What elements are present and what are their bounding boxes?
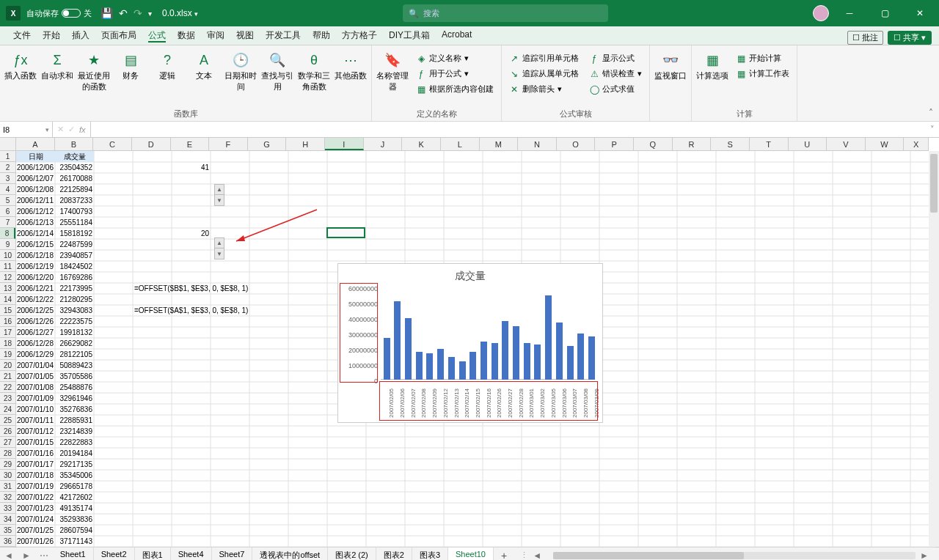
save-icon[interactable]: 💾 bbox=[101, 7, 113, 19]
cell[interactable]: 28607594 bbox=[55, 525, 94, 536]
sheet-tab[interactable]: Sheet7 bbox=[212, 548, 253, 560]
cell[interactable]: =OFFSET($B$1, $E$3, 0, $E$8, 1) bbox=[133, 283, 294, 294]
cell[interactable]: 2006/12/19 bbox=[16, 261, 55, 272]
cell[interactable]: 29665178 bbox=[55, 481, 94, 492]
cell[interactable]: 2007/01/22 bbox=[16, 492, 55, 503]
cell[interactable]: 2007/01/26 bbox=[16, 536, 55, 547]
comments-button[interactable]: ☐ 批注 bbox=[847, 31, 883, 45]
datetime-button[interactable]: 🕒日期和时间 bbox=[224, 48, 257, 107]
sheet-nav-next[interactable]: ► bbox=[18, 550, 35, 561]
cell[interactable]: 26629082 bbox=[55, 338, 94, 349]
cell[interactable]: 16769286 bbox=[55, 272, 94, 283]
redo-icon[interactable]: ↷ bbox=[134, 7, 142, 19]
text-button[interactable]: A文本 bbox=[188, 48, 220, 107]
undo-icon[interactable]: ↶ bbox=[119, 7, 128, 19]
column-header[interactable]: O bbox=[557, 138, 596, 150]
cancel-icon[interactable]: ✕ bbox=[57, 125, 64, 134]
cell[interactable]: 37171143 bbox=[55, 536, 94, 547]
cell[interactable]: 15818192 bbox=[55, 228, 94, 239]
user-avatar[interactable] bbox=[813, 5, 829, 21]
row-header[interactable]: 1 bbox=[0, 151, 15, 162]
ribbon-tab[interactable]: 页面布局 bbox=[95, 26, 142, 45]
row-header[interactable]: 16 bbox=[0, 316, 15, 327]
row-header[interactable]: 31 bbox=[0, 481, 15, 492]
worksheet-grid[interactable]: ABCDEFGHIJKLMNOPQRSTUVWX 123456789101112… bbox=[0, 138, 939, 547]
ribbon-tab[interactable]: 数据 bbox=[172, 26, 201, 45]
column-header[interactable]: V bbox=[827, 138, 866, 150]
column-header[interactable]: J bbox=[364, 138, 403, 150]
autosave-toggle[interactable]: 自动保存 关 bbox=[26, 8, 92, 19]
row-header[interactable]: 30 bbox=[0, 470, 15, 481]
create-from-selection-button[interactable]: ▦根据所选内容创建 bbox=[413, 82, 497, 96]
cell[interactable]: 2007/01/08 bbox=[16, 382, 55, 393]
row-header[interactable]: 7 bbox=[0, 217, 15, 228]
lookup-button[interactable]: 🔍查找与引用 bbox=[261, 48, 293, 107]
cell[interactable]: 成交量 bbox=[55, 151, 94, 162]
calc-now-button[interactable]: ▦开始计算 bbox=[733, 51, 792, 65]
share-button[interactable]: ☐ 共享 ▾ bbox=[888, 31, 932, 45]
close-button[interactable]: ✕ bbox=[905, 0, 935, 26]
row-header[interactable]: 33 bbox=[0, 503, 15, 514]
cell[interactable]: 20194184 bbox=[55, 448, 94, 459]
row-header[interactable]: 12 bbox=[0, 272, 15, 283]
embedded-chart[interactable]: 成交量 010000000200000003000000040000000500… bbox=[337, 263, 603, 423]
sheet-nav-more[interactable]: ⋯ bbox=[35, 550, 53, 561]
ribbon-tab[interactable]: 文件 bbox=[7, 26, 37, 45]
row-header[interactable]: 27 bbox=[0, 437, 15, 448]
evaluate-button[interactable]: ◯公式求值 bbox=[586, 82, 645, 96]
column-header[interactable]: M bbox=[480, 138, 519, 150]
select-all-button[interactable] bbox=[0, 138, 16, 151]
cell[interactable]: 17400793 bbox=[55, 206, 94, 217]
cell[interactable]: 2007/01/24 bbox=[16, 514, 55, 525]
sheet-tab[interactable]: Sheet2 bbox=[94, 548, 135, 560]
use-in-formula-button[interactable]: ƒ用于公式 ▾ bbox=[413, 67, 497, 81]
column-header[interactable]: H bbox=[286, 138, 325, 150]
row-header[interactable]: 25 bbox=[0, 415, 15, 426]
expand-formula-bar[interactable]: ˅ bbox=[926, 122, 939, 137]
sheet-tab[interactable]: 图表1 bbox=[135, 548, 171, 560]
cell[interactable]: 23214839 bbox=[55, 426, 94, 437]
row-header[interactable]: 18 bbox=[0, 338, 15, 349]
cell[interactable]: 2006/12/06 bbox=[16, 162, 55, 173]
row-header[interactable]: 24 bbox=[0, 404, 15, 415]
column-header[interactable]: I bbox=[325, 138, 364, 150]
column-header[interactable]: S bbox=[711, 138, 750, 150]
add-sheet-button[interactable]: + bbox=[494, 550, 514, 561]
cell[interactable]: 2006/12/13 bbox=[16, 217, 55, 228]
cell[interactable]: =OFFSET($A$1, $E$3, 0, $E$8, 1) bbox=[133, 305, 294, 316]
row-header[interactable]: 11 bbox=[0, 261, 15, 272]
hscroll-left[interactable]: ◄ bbox=[528, 550, 546, 561]
remove-arrows-button[interactable]: ✕删除箭头 ▾ bbox=[506, 82, 582, 96]
spinner-down-icon[interactable]: ▼ bbox=[215, 248, 224, 259]
cell[interactable]: 2007/01/18 bbox=[16, 470, 55, 481]
sheet-tab[interactable]: 图表3 bbox=[412, 548, 448, 560]
cell[interactable]: 22173995 bbox=[55, 283, 94, 294]
cells-area[interactable]: ▲ ▼ ▲ ▼ 成交量 0100000002000000030000000400… bbox=[16, 151, 929, 547]
cell[interactable]: 2006/12/15 bbox=[16, 239, 55, 250]
watch-window-button[interactable]: 👓监视窗口 bbox=[654, 48, 687, 109]
cell[interactable]: 35345006 bbox=[55, 470, 94, 481]
row-header[interactable]: 22 bbox=[0, 382, 15, 393]
ribbon-tab[interactable]: 插入 bbox=[66, 26, 95, 45]
horizontal-scrollbar[interactable] bbox=[553, 552, 916, 559]
calc-options-button[interactable]: ▦计算选项 bbox=[696, 48, 728, 107]
cell[interactable]: 2007/01/10 bbox=[16, 404, 55, 415]
minimize-button[interactable]: ─ bbox=[835, 0, 864, 26]
cell[interactable]: 2006/12/27 bbox=[16, 327, 55, 338]
cell[interactable]: 2007/01/19 bbox=[16, 481, 55, 492]
ribbon-tab[interactable]: DIY工具箱 bbox=[383, 26, 436, 45]
fx-icon[interactable]: fx bbox=[79, 125, 86, 134]
row-header[interactable]: 36 bbox=[0, 536, 15, 547]
cell[interactable]: 21280295 bbox=[55, 294, 94, 305]
sheet-tab[interactable]: Sheet10 bbox=[448, 548, 494, 560]
spinner-control-2[interactable]: ▲ ▼ bbox=[214, 237, 224, 259]
error-check-button[interactable]: ⚠错误检查 ▾ bbox=[586, 67, 645, 81]
cell[interactable]: 25488876 bbox=[55, 382, 94, 393]
sheet-nav-prev[interactable]: ◄ bbox=[0, 550, 18, 561]
row-header[interactable]: 8 bbox=[0, 228, 15, 239]
column-header[interactable]: K bbox=[402, 138, 441, 150]
row-header[interactable]: 32 bbox=[0, 492, 15, 503]
column-header[interactable]: W bbox=[866, 138, 905, 150]
search-box[interactable]: 🔍 搜索 bbox=[403, 4, 608, 22]
cell[interactable]: 2006/12/18 bbox=[16, 250, 55, 261]
